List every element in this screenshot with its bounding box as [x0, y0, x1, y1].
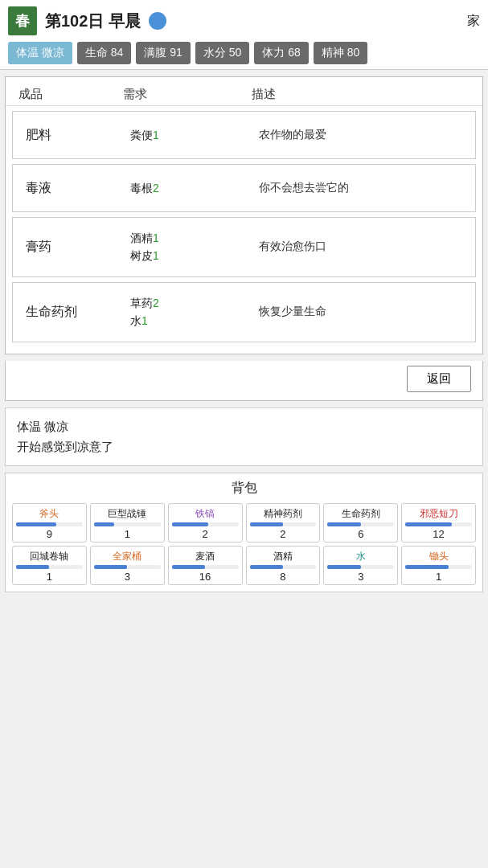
- item-bar-wrap: [16, 522, 83, 526]
- item-qty: 3: [94, 571, 161, 583]
- item-qty: 3: [327, 571, 394, 583]
- backpack-grid: 斧头 9 巨型战锤 1 铁镐 2 精神药剂 2 生命药剂 6 邪恶短刀 12: [12, 503, 476, 585]
- item-bar: [405, 565, 449, 569]
- top-row: 春 第102日 早晨 家: [8, 6, 480, 35]
- item-name: 锄头: [405, 550, 472, 563]
- craft-needs: 粪便1: [130, 126, 259, 144]
- status-line: 体温 微凉: [17, 416, 471, 437]
- craft-row[interactable]: 毒液毒根2你不会想去尝它的: [12, 164, 476, 212]
- craft-product-name: 毒液: [26, 180, 130, 197]
- item-bar-wrap: [405, 522, 472, 526]
- craft-product-name: 肥料: [26, 127, 130, 144]
- item-qty: 8: [250, 571, 317, 583]
- backpack-item[interactable]: 斧头 9: [12, 503, 87, 542]
- item-bar-wrap: [172, 565, 239, 569]
- day-title: 第102日 早晨: [45, 10, 141, 32]
- item-name: 铁镐: [172, 507, 239, 521]
- item-bar: [250, 522, 283, 526]
- craft-need-item: 树皮1: [130, 247, 259, 264]
- item-bar: [250, 565, 283, 569]
- craft-need-item: 粪便1: [130, 126, 259, 144]
- stat-badge: 体温 微凉: [8, 42, 72, 64]
- stats-row: 体温 微凉生命 84满腹 91水分 50体力 68精神 80: [8, 42, 480, 64]
- item-name: 精神药剂: [250, 507, 317, 521]
- backpack-item[interactable]: 回城卷轴 1: [12, 546, 87, 585]
- item-name: 麦酒: [172, 550, 239, 563]
- item-qty: 1: [405, 571, 472, 583]
- item-bar: [16, 565, 49, 569]
- backpack-item[interactable]: 全家桶 3: [90, 546, 165, 585]
- backpack-section: 背包 斧头 9 巨型战锤 1 铁镐 2 精神药剂 2 生命药剂 6 邪恶短刀: [5, 473, 483, 592]
- backpack-item[interactable]: 锄头 1: [401, 546, 476, 585]
- item-bar: [405, 522, 452, 526]
- item-name: 巨型战锤: [94, 507, 161, 521]
- status-text-box: 体温 微凉开始感觉到凉意了: [5, 407, 483, 466]
- craft-row[interactable]: 膏药酒精1树皮1有效治愈伤口: [12, 217, 476, 277]
- back-row: 返回: [5, 361, 483, 401]
- craft-header: 成品 需求 描述: [6, 84, 482, 106]
- craft-needs: 草药2水1: [130, 294, 259, 330]
- item-bar-wrap: [172, 522, 239, 526]
- item-bar-wrap: [94, 522, 161, 526]
- back-button[interactable]: 返回: [407, 366, 471, 392]
- backpack-item[interactable]: 水 3: [323, 546, 398, 585]
- item-bar-wrap: [16, 565, 83, 569]
- stat-badge: 精神 80: [314, 42, 367, 64]
- craft-col-product: 成品: [18, 87, 123, 102]
- craft-description: 农作物的最爱: [259, 128, 462, 142]
- stat-badge: 生命 84: [77, 42, 131, 64]
- item-bar: [172, 565, 205, 569]
- item-bar: [94, 565, 127, 569]
- stat-badge: 体力 68: [254, 42, 308, 64]
- craft-need-item: 酒精1: [130, 229, 259, 247]
- craft-need-item: 水1: [130, 312, 259, 330]
- item-qty: 6: [327, 528, 394, 540]
- item-qty: 12: [405, 528, 472, 540]
- backpack-item[interactable]: 麦酒 16: [168, 546, 243, 585]
- item-bar-wrap: [250, 565, 317, 569]
- status-line: 开始感觉到凉意了: [17, 436, 471, 457]
- craft-needs: 酒精1树皮1: [130, 229, 259, 265]
- item-bar: [172, 522, 209, 526]
- backpack-item[interactable]: 精神药剂 2: [246, 503, 321, 542]
- craft-product-name: 生命药剂: [26, 304, 130, 321]
- item-bar: [16, 522, 56, 526]
- craft-need-item: 毒根2: [130, 179, 259, 197]
- craft-row[interactable]: 肥料粪便1农作物的最爱: [12, 111, 476, 159]
- item-qty: 16: [172, 571, 239, 583]
- item-bar-wrap: [405, 565, 472, 569]
- craft-description: 你不会想去尝它的: [259, 181, 462, 195]
- item-bar: [327, 565, 360, 569]
- item-qty: 1: [94, 528, 161, 540]
- top-bar: 春 第102日 早晨 家 体温 微凉生命 84满腹 91水分 50体力 68精神…: [0, 0, 488, 70]
- item-bar-wrap: [327, 565, 394, 569]
- item-name: 生命药剂: [327, 507, 394, 521]
- item-name: 斧头: [16, 507, 83, 521]
- craft-description: 有效治愈伤口: [259, 240, 462, 254]
- backpack-item[interactable]: 邪恶短刀 12: [401, 503, 476, 542]
- backpack-item[interactable]: 巨型战锤 1: [90, 503, 165, 542]
- craft-product-name: 膏药: [26, 239, 130, 256]
- item-name: 酒精: [250, 550, 317, 563]
- home-button[interactable]: 家: [467, 13, 480, 30]
- craft-col-needs: 需求: [123, 87, 252, 102]
- item-qty: 2: [250, 528, 317, 540]
- status-circle-icon: [149, 12, 166, 30]
- item-name: 水: [327, 550, 394, 563]
- backpack-title: 背包: [12, 480, 476, 497]
- craft-need-item: 草药2: [130, 294, 259, 312]
- craft-row[interactable]: 生命药剂草药2水1恢复少量生命: [12, 282, 476, 342]
- backpack-item[interactable]: 酒精 8: [246, 546, 321, 585]
- craft-needs: 毒根2: [130, 179, 259, 197]
- stat-badge: 水分 50: [195, 42, 249, 64]
- item-bar: [327, 522, 360, 526]
- craft-section: 成品 需求 描述 肥料粪便1农作物的最爱毒液毒根2你不会想去尝它的膏药酒精1树皮…: [5, 76, 483, 354]
- item-bar-wrap: [250, 522, 317, 526]
- item-bar: [94, 522, 114, 526]
- item-bar-wrap: [327, 522, 394, 526]
- item-name: 回城卷轴: [16, 550, 83, 563]
- item-name: 邪恶短刀: [405, 507, 472, 521]
- backpack-item[interactable]: 生命药剂 6: [323, 503, 398, 542]
- craft-col-desc: 描述: [252, 87, 470, 102]
- backpack-item[interactable]: 铁镐 2: [168, 503, 243, 542]
